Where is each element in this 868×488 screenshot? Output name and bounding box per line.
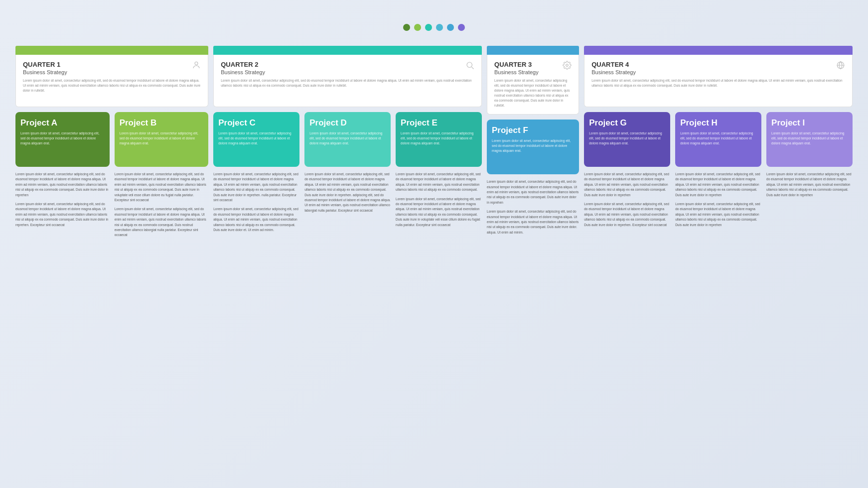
- header-dot: [458, 24, 465, 31]
- header: [403, 20, 465, 31]
- bottom-col-q4-1: Lorem ipsum dolor sit amet, consectetur …: [675, 172, 761, 228]
- svg-point-0: [195, 62, 198, 65]
- project-text-q1-1: Lorem ipsum dolor sit amet, consectetur …: [120, 131, 204, 146]
- project-box-q4-2: Project ILorem ipsum dolor sit amet, con…: [766, 112, 853, 167]
- bottom-text-q2-0-0: Lorem ipsum dolor sit amet, consectetur …: [213, 172, 299, 203]
- project-box-q1-0: Project ALorem ipsum dolor sit amet, con…: [15, 112, 110, 167]
- quarter-col-q1: QUARTER 1Business StrategyLorem ipsum do…: [15, 46, 208, 238]
- bottom-col-q2-0: Lorem ipsum dolor sit amet, consectetur …: [213, 172, 299, 233]
- quarter-text-q3: Lorem ipsum dolor sit amet, consectetur …: [494, 78, 572, 108]
- quarter-col-q3: QUARTER 3Business StrategyLorem ipsum do…: [487, 46, 579, 238]
- bottom-text-q3-0-1: Lorem ipsum dolor sit amet, consectetur …: [487, 209, 579, 235]
- project-text-q3-0: Lorem ipsum dolor sit amet, consectetur …: [492, 138, 574, 153]
- project-box-q1-1: Project BLorem ipsum dolor sit amet, con…: [115, 112, 209, 167]
- header-dot: [414, 24, 421, 31]
- quarter-subtitle-q3: Business Strategy: [494, 69, 572, 75]
- quarter-col-q4: QUARTER 4Business StrategyLorem ipsum do…: [584, 46, 853, 238]
- quarter-col-q2: QUARTER 2Business StrategyLorem ipsum do…: [213, 46, 482, 238]
- main-grid: QUARTER 1Business StrategyLorem ipsum do…: [15, 46, 853, 238]
- bottom-text-q4-0-1: Lorem ipsum dolor sit amet, consectetur …: [584, 202, 670, 228]
- project-box-q2-1: Project DLorem ipsum dolor sit amet, con…: [304, 112, 391, 167]
- bottom-col-q1-0: Lorem ipsum dolor sit amet, consectetur …: [15, 172, 110, 238]
- project-box-q3-0: Project FLorem ipsum dolor sit amet, con…: [487, 120, 579, 174]
- bottom-col-q2-1: Lorem ipsum dolor sit amet, consectetur …: [304, 172, 391, 233]
- project-title-q4-1: Project H: [680, 118, 756, 128]
- project-text-q4-1: Lorem ipsum dolor sit amet, consectetur …: [680, 131, 756, 146]
- bottom-text-q1-0-1: Lorem ipsum dolor sit amet, consectetur …: [15, 202, 110, 228]
- bottom-row-q4: Lorem ipsum dolor sit amet, consectetur …: [584, 172, 853, 228]
- bottom-text-q2-0-1: Lorem ipsum dolor sit amet, consectetur …: [213, 207, 299, 233]
- project-text-q4-0: Lorem ipsum dolor sit amet, consectetur …: [589, 131, 665, 146]
- bottom-text-q2-2-1: Lorem ipsum dolor sit amet, consectetur …: [396, 197, 482, 228]
- bottom-col-q4-2: Lorem ipsum dolor sit amet, consectetur …: [766, 172, 853, 228]
- project-box-q2-0: Project CLorem ipsum dolor sit amet, con…: [213, 112, 299, 167]
- projects-row-q3: Project FLorem ipsum dolor sit amet, con…: [487, 120, 579, 174]
- bottom-col-q2-2: Lorem ipsum dolor sit amet, consectetur …: [396, 172, 482, 233]
- bottom-col-q1-1: Lorem ipsum dolor sit amet, consectetur …: [115, 172, 209, 238]
- header-dot: [425, 24, 432, 31]
- bottom-text-q4-1-1: Lorem ipsum dolor sit amet, consectetur …: [675, 202, 761, 228]
- svg-line-2: [471, 67, 473, 69]
- project-text-q1-0: Lorem ipsum dolor sit amet, consectetur …: [20, 131, 105, 146]
- quarter-subtitle-q1: Business Strategy: [23, 69, 201, 75]
- bottom-text-q4-1-0: Lorem ipsum dolor sit amet, consectetur …: [675, 172, 761, 198]
- project-title-q2-1: Project D: [309, 118, 386, 128]
- project-title-q3-0: Project F: [492, 125, 574, 135]
- project-text-q4-2: Lorem ipsum dolor sit amet, consectetur …: [771, 131, 848, 146]
- bottom-text-q1-1-0: Lorem ipsum dolor sit amet, consectetur …: [115, 172, 209, 203]
- bottom-row-q3: Lorem ipsum dolor sit amet, consectetur …: [487, 179, 579, 235]
- bottom-text-q3-0-0: Lorem ipsum dolor sit amet, consectetur …: [487, 179, 579, 205]
- quarter-box-q2: QUARTER 2Business StrategyLorem ipsum do…: [213, 55, 482, 107]
- header-dot: [436, 24, 443, 31]
- dots-row: [403, 24, 465, 31]
- quarter-box-q4: QUARTER 4Business StrategyLorem ipsum do…: [584, 55, 853, 107]
- quarter-bar-q2: [213, 46, 482, 55]
- quarter-text-q2: Lorem ipsum dolor sit amet, consectetur …: [221, 78, 474, 88]
- projects-row-q2: Project CLorem ipsum dolor sit amet, con…: [213, 112, 482, 167]
- quarter-text-q4: Lorem ipsum dolor sit amet, consectetur …: [591, 78, 845, 88]
- quarter-subtitle-q4: Business Strategy: [591, 69, 845, 75]
- project-title-q4-2: Project I: [771, 118, 848, 128]
- bottom-text-q2-1-0: Lorem ipsum dolor sit amet, consectetur …: [304, 172, 391, 213]
- quarter-box-q3: QUARTER 3Business StrategyLorem ipsum do…: [487, 55, 579, 115]
- header-dot: [403, 24, 410, 31]
- quarter-subtitle-q2: Business Strategy: [221, 69, 474, 75]
- project-title-q1-0: Project A: [20, 118, 105, 128]
- projects-row-q4: Project GLorem ipsum dolor sit amet, con…: [584, 112, 853, 167]
- quarter-title-q4: QUARTER 4: [591, 61, 845, 69]
- quarter-text-q1: Lorem ipsum dolor sit amet, consectetur …: [23, 78, 201, 93]
- project-text-q2-2: Lorem ipsum dolor sit amet, consectetur …: [401, 131, 477, 146]
- quarter-icon-q1: [192, 61, 201, 72]
- project-text-q2-0: Lorem ipsum dolor sit amet, consectetur …: [218, 131, 294, 146]
- project-title-q2-0: Project C: [218, 118, 294, 128]
- quarter-box-q1: QUARTER 1Business StrategyLorem ipsum do…: [15, 55, 208, 107]
- project-box-q4-0: Project GLorem ipsum dolor sit amet, con…: [584, 112, 670, 167]
- quarter-icon-q2: [465, 61, 474, 72]
- bottom-text-q4-2-0: Lorem ipsum dolor sit amet, consectetur …: [766, 172, 853, 198]
- quarter-title-q3: QUARTER 3: [494, 61, 572, 69]
- quarter-bar-q3: [487, 46, 579, 55]
- quarter-title-q2: QUARTER 2: [221, 61, 474, 69]
- bottom-col-q3-0: Lorem ipsum dolor sit amet, consectetur …: [487, 179, 579, 235]
- project-title-q2-2: Project E: [401, 118, 477, 128]
- quarter-icon-q4: [836, 61, 845, 72]
- bottom-text-q4-0-0: Lorem ipsum dolor sit amet, consectetur …: [584, 172, 670, 198]
- quarter-bar-q1: [15, 46, 208, 55]
- bottom-col-q4-0: Lorem ipsum dolor sit amet, consectetur …: [584, 172, 670, 228]
- project-box-q4-1: Project HLorem ipsum dolor sit amet, con…: [675, 112, 761, 167]
- quarter-bar-q4: [584, 46, 853, 55]
- header-dot: [447, 24, 454, 31]
- svg-point-3: [566, 64, 569, 67]
- project-title-q4-0: Project G: [589, 118, 665, 128]
- bottom-text-q1-1-1: Lorem ipsum dolor sit amet, consectetur …: [115, 207, 209, 238]
- quarter-icon-q3: [563, 61, 572, 72]
- bottom-text-q2-2-0: Lorem ipsum dolor sit amet, consectetur …: [396, 172, 482, 193]
- project-box-q2-2: Project ELorem ipsum dolor sit amet, con…: [396, 112, 482, 167]
- projects-row-q1: Project ALorem ipsum dolor sit amet, con…: [15, 112, 208, 167]
- bottom-row-q1: Lorem ipsum dolor sit amet, consectetur …: [15, 172, 208, 238]
- quarter-title-q1: QUARTER 1: [23, 61, 201, 69]
- bottom-row-q2: Lorem ipsum dolor sit amet, consectetur …: [213, 172, 482, 233]
- project-title-q1-1: Project B: [120, 118, 204, 128]
- svg-point-1: [467, 62, 472, 68]
- project-text-q2-1: Lorem ipsum dolor sit amet, consectetur …: [309, 131, 386, 146]
